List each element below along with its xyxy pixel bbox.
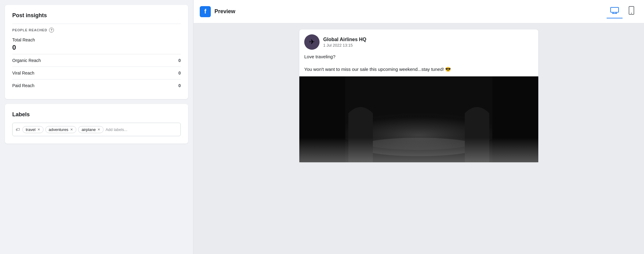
insights-title: Post insights [12,12,181,19]
svg-rect-9 [299,76,345,162]
svg-point-5 [631,13,632,14]
paid-reach-value: 0 [178,83,181,88]
viral-reach-row: Viral Reach 0 [12,67,181,79]
label-tag-adventures-close[interactable]: ✕ [70,128,73,132]
paid-reach-label: Paid Reach [12,83,34,88]
preview-content: ✈ Global Airlines HQ 1 Jul 2022 13:15 Lo… [194,23,644,254]
help-icon[interactable]: ? [49,28,54,33]
people-reached-label: PEOPLE REACHED ? [12,28,181,33]
organic-reach-value: 0 [178,58,181,63]
viral-reach-label: Viral Reach [12,71,34,75]
organic-reach-row: Organic Reach 0 [12,54,181,67]
labels-card: Labels 🏷 travel ✕ adventures ✕ airplane … [5,104,188,144]
mobile-view-button[interactable] [625,4,638,19]
device-icons [607,4,638,19]
svg-point-8 [358,138,480,156]
label-tag-adventures: adventures ✕ [45,126,76,133]
label-tag-travel-close[interactable]: ✕ [37,128,40,132]
post-date: 1 Jul 2022 13:15 [323,43,366,48]
right-panel: f Preview [194,0,644,254]
post-text-line1: Love traveling? [304,53,533,60]
add-labels-input[interactable]: Add labels... [105,127,127,132]
desktop-icon [610,7,619,14]
left-panel: Post insights PEOPLE REACHED ? Total Rea… [0,0,193,254]
post-image [299,76,538,162]
facebook-icon: f [200,6,211,17]
svg-rect-10 [492,76,538,162]
label-tag-airplane-text: airplane [81,127,96,132]
post-meta: Global Airlines HQ 1 Jul 2022 13:15 [323,37,366,48]
label-tag-adventures-text: adventures [49,127,68,132]
label-tag-travel: travel ✕ [22,126,44,133]
insights-card: Post insights PEOPLE REACHED ? Total Rea… [5,5,188,99]
label-tag-airplane: airplane ✕ [78,126,104,133]
label-tag-airplane-close[interactable]: ✕ [97,128,100,132]
total-reach-value: 0 [12,44,181,52]
preview-header: f Preview [194,0,644,23]
tag-icon: 🏷 [16,127,20,132]
total-reach-label: Total Reach [12,37,181,42]
label-tag-travel-text: travel [26,127,36,132]
paid-reach-row: Paid Reach 0 [12,79,181,92]
organic-reach-label: Organic Reach [12,58,41,63]
post-author: Global Airlines HQ [323,37,366,42]
post-image-graphic [299,76,538,162]
labels-input-area[interactable]: 🏷 travel ✕ adventures ✕ airplane ✕ Add l… [12,123,181,136]
svg-rect-0 [611,7,619,12]
mobile-icon [629,6,634,15]
post-header: ✈ Global Airlines HQ 1 Jul 2022 13:15 [299,29,538,53]
preview-title: Preview [214,8,603,15]
post-card: ✈ Global Airlines HQ 1 Jul 2022 13:15 Lo… [299,29,538,162]
viral-reach-value: 0 [178,71,181,75]
post-body: Love traveling? You won't want to miss o… [299,53,538,76]
post-avatar: ✈ [304,34,320,50]
desktop-view-button[interactable] [607,5,623,18]
post-text-line2: You won't want to miss our sale this upc… [304,66,533,73]
labels-title: Labels [12,111,181,118]
